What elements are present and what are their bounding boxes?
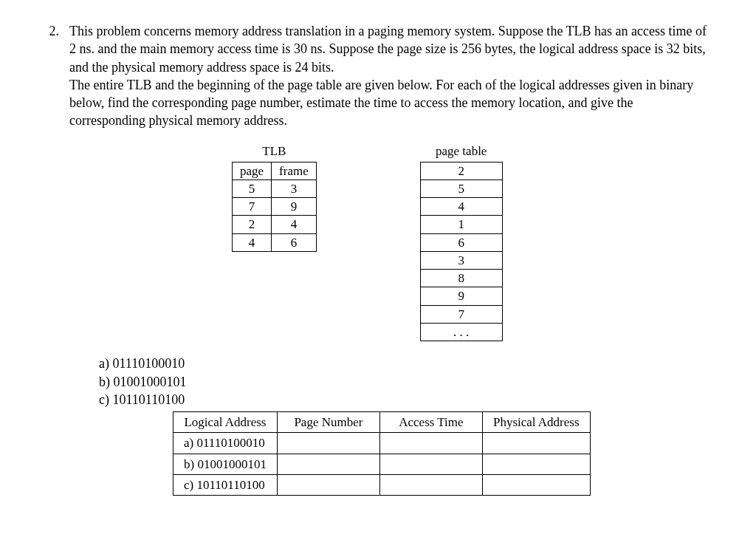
pt-cell: 1 — [420, 216, 502, 233]
address-list: a) 01110100010 b) 01001000101 c) 1011011… — [99, 355, 712, 408]
ans-cell-label: b) 01001000101 — [173, 454, 278, 474]
ans-cell-empty — [379, 454, 482, 474]
ans-cell-empty — [482, 454, 590, 474]
address-b: b) 01001000101 — [99, 373, 712, 391]
address-b-value: 01001000101 — [114, 375, 187, 389]
ans-cell-label: a) 01110100010 — [173, 433, 278, 454]
ans-header-physical-address: Physical Address — [482, 412, 590, 433]
ans-header-logical-address: Logical Address — [173, 412, 278, 433]
pt-cell: 3 — [420, 251, 502, 269]
address-b-label: b) — [99, 375, 110, 389]
ans-cell-empty — [379, 433, 482, 454]
tlb-header-frame: frame — [272, 162, 317, 179]
ans-cell-empty — [482, 474, 590, 495]
table-row: 3 — [420, 251, 502, 269]
prompt-paragraph-2: The entire TLB and the beginning of the … — [69, 76, 712, 130]
tlb-cell: 7 — [233, 198, 272, 216]
address-c: c) 10110110100 — [99, 391, 712, 408]
pt-cell: . . . — [420, 323, 502, 341]
address-c-label: c) — [99, 392, 109, 407]
pt-cell: 7 — [420, 305, 502, 323]
page-table-title: page table — [420, 143, 503, 160]
table-row: 2 — [420, 162, 502, 179]
pt-cell: 9 — [420, 287, 502, 305]
tlb-header-page: page — [233, 162, 272, 179]
table-row: 5 3 — [233, 179, 317, 197]
tlb-cell: 3 — [272, 179, 317, 197]
pt-cell: 8 — [420, 270, 502, 287]
tlb-cell: 4 — [272, 216, 317, 233]
pt-cell: 5 — [420, 179, 502, 197]
tlb-wrapper: TLB page frame 5 3 7 9 2 — [232, 143, 317, 252]
question-block: 2. This problem concerns memory address … — [44, 22, 712, 496]
tlb-table: page frame 5 3 7 9 2 4 — [232, 162, 317, 252]
table-row: 2 4 — [233, 216, 317, 233]
tlb-cell: 5 — [233, 179, 272, 197]
ans-cell-empty — [277, 433, 379, 454]
table-row: 6 — [420, 233, 502, 251]
ans-cell-empty — [277, 454, 379, 474]
question-body: This problem concerns memory address tra… — [69, 22, 712, 496]
ans-cell-empty — [482, 433, 590, 454]
table-row: 4 — [420, 198, 502, 216]
table-row: 1 — [420, 216, 502, 233]
table-row: 5 — [420, 179, 502, 197]
ans-cell-empty — [379, 474, 482, 495]
tlb-cell: 2 — [233, 216, 272, 233]
address-a-value: 01110100010 — [112, 356, 185, 371]
table-row: 7 9 — [233, 198, 317, 216]
table-row: a) 01110100010 — [173, 433, 591, 454]
pt-cell: 2 — [420, 162, 502, 179]
pt-cell: 6 — [420, 233, 502, 251]
address-a-label: a) — [99, 356, 109, 371]
table-row: 4 6 — [233, 233, 317, 251]
answer-table: Logical Address Page Number Access Time … — [173, 411, 591, 496]
tlb-title: TLB — [232, 143, 317, 160]
ans-cell-empty — [277, 474, 379, 495]
ans-header-page-number: Page Number — [277, 412, 379, 433]
question-number: 2. — [44, 22, 59, 496]
tlb-cell: 4 — [233, 233, 272, 251]
tlb-cell: 9 — [272, 198, 317, 216]
ans-header-access-time: Access Time — [379, 412, 482, 433]
table-row: b) 01001000101 — [173, 454, 591, 474]
tlb-header-row: page frame — [233, 162, 317, 179]
table-row: 8 — [420, 270, 502, 287]
table-row: 7 — [420, 305, 502, 323]
page-table: 2 5 4 1 6 3 8 9 7 . . . — [420, 162, 503, 342]
answer-header-row: Logical Address Page Number Access Time … — [173, 412, 591, 433]
ans-cell-label: c) 10110110100 — [173, 474, 278, 495]
pt-cell: 4 — [420, 198, 502, 216]
table-row: 9 — [420, 287, 502, 305]
address-c-value: 10110110100 — [112, 392, 185, 407]
table-row: c) 10110110100 — [173, 474, 591, 495]
tlb-cell: 6 — [272, 233, 317, 251]
address-a: a) 01110100010 — [99, 355, 712, 372]
page-table-wrapper: page table 2 5 4 1 6 3 8 9 7 . . . — [420, 143, 503, 341]
tables-row: TLB page frame 5 3 7 9 2 — [232, 143, 712, 341]
prompt-paragraph-1: This problem concerns memory address tra… — [69, 22, 712, 76]
table-row: . . . — [420, 323, 502, 341]
